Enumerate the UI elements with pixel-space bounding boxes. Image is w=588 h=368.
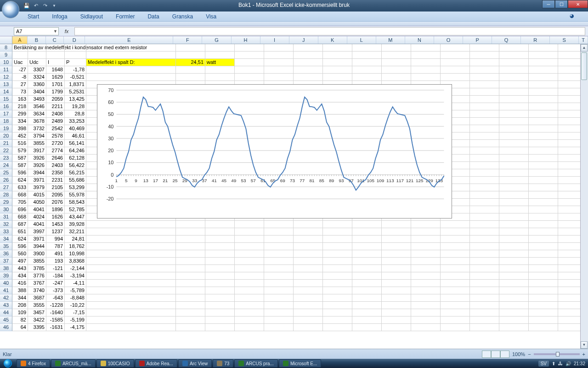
cell[interactable] <box>264 287 294 294</box>
cell[interactable] <box>176 258 205 265</box>
row-header[interactable]: 40 <box>0 280 12 287</box>
cell[interactable] <box>352 221 382 228</box>
col-header-E[interactable]: E <box>85 36 173 44</box>
cell[interactable]: 4041 <box>28 206 46 213</box>
cell[interactable]: 64 <box>12 324 28 331</box>
cell[interactable] <box>529 74 558 81</box>
cell[interactable] <box>411 258 441 265</box>
cell[interactable] <box>382 287 411 294</box>
cell[interactable] <box>411 52 441 59</box>
cell[interactable] <box>205 272 235 280</box>
col-header-R[interactable]: R <box>521 36 550 44</box>
cell[interactable]: 2403 <box>46 162 65 169</box>
cell[interactable] <box>411 272 441 280</box>
row-header[interactable]: 43 <box>0 302 12 309</box>
cell[interactable]: 334 <box>12 118 28 125</box>
cell[interactable] <box>529 140 558 147</box>
row-header[interactable]: 23 <box>0 155 12 162</box>
cell[interactable] <box>205 52 235 59</box>
cell[interactable]: 1453 <box>46 221 65 228</box>
cell[interactable] <box>382 236 411 243</box>
cell[interactable]: P <box>65 59 86 66</box>
cell[interactable]: 3687 <box>28 294 46 302</box>
cell[interactable]: 32,211 <box>65 228 86 236</box>
row-header[interactable]: 27 <box>0 184 12 191</box>
cell[interactable]: 668 <box>12 213 28 221</box>
cell[interactable] <box>86 236 176 243</box>
cell[interactable] <box>529 103 558 110</box>
cell[interactable] <box>499 59 529 66</box>
cell[interactable]: 193 <box>46 258 65 265</box>
name-box[interactable]: A7▼ <box>14 27 59 35</box>
cell[interactable] <box>441 302 470 309</box>
cell[interactable] <box>323 302 352 309</box>
cell[interactable] <box>176 66 205 74</box>
cell[interactable] <box>235 309 264 316</box>
cell[interactable] <box>323 272 352 280</box>
cell[interactable] <box>441 228 470 236</box>
cell[interactable] <box>529 199 558 206</box>
cell[interactable] <box>499 302 529 309</box>
cell[interactable]: 4041 <box>28 221 46 228</box>
cell[interactable] <box>470 184 499 191</box>
cell[interactable] <box>499 88 529 96</box>
cell[interactable] <box>323 280 352 287</box>
minimize-button[interactable]: ─ <box>542 0 555 8</box>
cell[interactable] <box>499 66 529 74</box>
cell[interactable] <box>382 265 411 272</box>
cell[interactable]: -247 <box>46 280 65 287</box>
cell[interactable] <box>499 206 529 213</box>
cell[interactable]: -8 <box>12 74 28 81</box>
row-header[interactable]: 31 <box>0 213 12 221</box>
cell[interactable] <box>382 243 411 250</box>
cell[interactable]: 491 <box>46 250 65 258</box>
cell[interactable]: 218 <box>12 103 28 110</box>
cell[interactable] <box>264 66 294 74</box>
cell[interactable] <box>323 44 352 52</box>
cell[interactable] <box>352 59 382 66</box>
cell[interactable] <box>470 316 499 324</box>
cell[interactable] <box>470 258 499 265</box>
cell[interactable]: 4024 <box>28 213 46 221</box>
cell[interactable] <box>499 118 529 125</box>
scroll-thumb[interactable] <box>581 52 587 80</box>
cell[interactable] <box>86 316 176 324</box>
cell[interactable] <box>470 206 499 213</box>
cell[interactable] <box>294 316 323 324</box>
cell[interactable] <box>441 243 470 250</box>
cell[interactable] <box>264 294 294 302</box>
cell[interactable] <box>65 52 86 59</box>
cell[interactable] <box>470 228 499 236</box>
cell[interactable] <box>205 258 235 265</box>
cell[interactable] <box>470 140 499 147</box>
cell[interactable] <box>499 324 529 331</box>
col-header-A[interactable]: A <box>12 36 28 44</box>
cell[interactable] <box>264 74 294 81</box>
cell[interactable] <box>294 258 323 265</box>
cell[interactable] <box>441 250 470 258</box>
cell[interactable] <box>529 96 558 103</box>
cell[interactable] <box>352 294 382 302</box>
cell[interactable] <box>46 52 65 59</box>
cell[interactable] <box>411 280 441 287</box>
cell[interactable] <box>205 309 235 316</box>
tray-icon[interactable]: ⬆ <box>552 361 555 366</box>
cell[interactable] <box>264 272 294 280</box>
cell[interactable] <box>499 272 529 280</box>
scroll-down-icon[interactable]: ▼ <box>581 341 588 349</box>
cell[interactable] <box>529 294 558 302</box>
cell[interactable]: 3979 <box>28 184 46 191</box>
volume-icon[interactable]: 🔊 <box>565 361 571 366</box>
cell[interactable]: Beräkning av medeleffekt i kondensator m… <box>12 44 28 52</box>
cell[interactable] <box>205 243 235 250</box>
cell[interactable] <box>470 162 499 169</box>
cell[interactable] <box>529 243 558 250</box>
cell[interactable] <box>499 221 529 228</box>
cell[interactable]: 624 <box>12 236 28 243</box>
cell[interactable] <box>176 302 205 309</box>
cell[interactable] <box>529 272 558 280</box>
cell[interactable] <box>441 280 470 287</box>
cell[interactable] <box>323 221 352 228</box>
language-indicator[interactable]: SV <box>538 361 549 367</box>
cell[interactable]: 1237 <box>46 228 65 236</box>
